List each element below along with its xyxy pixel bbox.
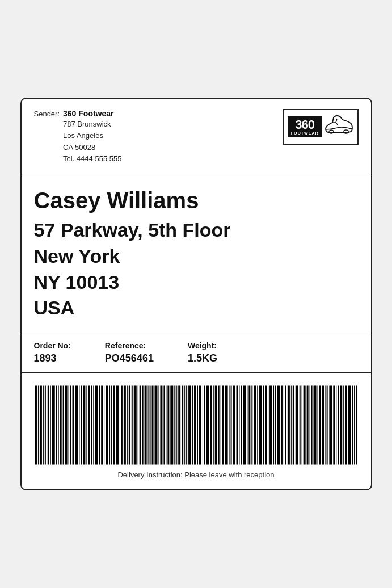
sender-address3: CA 50028 [63, 142, 121, 153]
svg-rect-39 [127, 386, 127, 465]
svg-rect-127 [356, 386, 357, 465]
sender-details: 360 Footwear 787 Brunswick Los Angeles C… [63, 109, 121, 165]
logo-number: 360 [295, 119, 314, 131]
svg-rect-126 [354, 386, 355, 465]
svg-rect-13 [60, 386, 61, 465]
svg-rect-71 [210, 386, 212, 465]
svg-rect-51 [158, 386, 159, 465]
svg-rect-50 [154, 386, 157, 465]
svg-rect-119 [336, 386, 336, 465]
svg-rect-36 [119, 386, 120, 465]
order-no-label: Order No: [34, 341, 71, 350]
svg-rect-113 [319, 386, 321, 465]
svg-rect-83 [241, 386, 242, 465]
svg-rect-72 [213, 386, 213, 465]
sender-info: Sender: 360 Footwear 787 Brunswick Los A… [34, 109, 122, 165]
order-no-value: 1893 [34, 352, 71, 364]
svg-rect-63 [188, 386, 191, 465]
weight-value: 1.5KG [188, 352, 217, 364]
svg-rect-98 [280, 386, 282, 465]
svg-rect-62 [186, 386, 187, 465]
svg-rect-60 [182, 386, 183, 465]
svg-rect-48 [149, 386, 150, 465]
recipient-address1: 57 Parkway, 5th Floor [34, 217, 359, 243]
svg-rect-18 [72, 386, 74, 465]
svg-rect-55 [167, 386, 169, 465]
svg-rect-47 [147, 386, 148, 465]
delivery-instruction: Delivery Instruction: Please leave with … [117, 471, 274, 484]
svg-rect-84 [243, 386, 246, 465]
svg-rect-114 [322, 386, 324, 465]
svg-rect-29 [101, 386, 103, 465]
svg-rect-69 [204, 386, 205, 465]
svg-rect-116 [327, 386, 328, 465]
svg-rect-94 [269, 386, 272, 465]
svg-rect-6 [43, 386, 43, 465]
svg-rect-82 [239, 386, 239, 465]
svg-rect-112 [317, 386, 318, 465]
svg-rect-99 [283, 386, 284, 465]
reference-label: Reference: [105, 341, 154, 350]
order-no-field: Order No: 1893 [34, 341, 71, 364]
svg-rect-76 [222, 386, 224, 465]
recipient-section: Casey Williams 57 Parkway, 5th Floor New… [22, 175, 371, 334]
weight-field: Weight: 1.5KG [188, 341, 217, 364]
brand-logo: 360 FOOTWEAR [283, 109, 359, 145]
svg-rect-68 [202, 386, 203, 465]
svg-rect-58 [176, 386, 177, 465]
svg-rect-104 [295, 386, 298, 465]
svg-rect-105 [299, 386, 300, 465]
svg-rect-38 [123, 386, 125, 465]
svg-rect-21 [81, 386, 82, 465]
svg-rect-19 [75, 386, 78, 465]
svg-rect-118 [333, 386, 335, 465]
recipient-name: Casey Williams [34, 187, 359, 214]
svg-rect-32 [109, 386, 110, 465]
svg-rect-95 [273, 386, 274, 465]
svg-rect-117 [329, 386, 332, 465]
svg-rect-37 [121, 386, 122, 465]
svg-rect-125 [352, 386, 353, 465]
svg-rect-100 [285, 386, 286, 465]
svg-rect-103 [292, 386, 294, 465]
svg-rect-89 [257, 386, 258, 465]
svg-rect-74 [218, 386, 219, 465]
svg-rect-26 [93, 386, 94, 465]
svg-rect-3 [35, 386, 36, 465]
svg-rect-124 [348, 386, 351, 465]
svg-rect-107 [303, 386, 305, 465]
svg-rect-109 [309, 386, 310, 465]
shipping-label: Sender: 360 Footwear 787 Brunswick Los A… [20, 98, 372, 491]
svg-rect-9 [50, 386, 50, 465]
svg-rect-22 [83, 386, 85, 465]
svg-rect-14 [62, 386, 64, 465]
svg-rect-96 [275, 386, 276, 465]
svg-rect-101 [287, 386, 289, 465]
svg-rect-10 [52, 386, 54, 465]
svg-rect-49 [151, 386, 153, 465]
sender-section: Sender: 360 Footwear 787 Brunswick Los A… [22, 99, 371, 175]
recipient-state-zip: NY 10013 [34, 270, 359, 296]
sender-address2: Los Angeles [63, 130, 121, 141]
svg-rect-67 [199, 386, 201, 465]
weight-label: Weight: [188, 341, 217, 350]
svg-rect-73 [214, 386, 217, 465]
svg-rect-23 [86, 386, 87, 465]
sender-address1: 787 Brunswick [63, 119, 121, 130]
order-section: Order No: 1893 Reference: PO456461 Weigh… [22, 333, 371, 373]
svg-rect-106 [301, 386, 302, 465]
svg-rect-122 [343, 386, 344, 465]
svg-rect-87 [251, 386, 252, 465]
svg-rect-35 [115, 386, 118, 465]
svg-rect-92 [265, 386, 267, 465]
svg-rect-53 [163, 386, 165, 465]
svg-rect-75 [220, 386, 221, 465]
svg-rect-34 [113, 386, 115, 465]
reference-value: PO456461 [105, 352, 154, 364]
recipient-country: USA [34, 295, 359, 321]
svg-rect-65 [194, 386, 196, 465]
svg-rect-88 [254, 386, 256, 465]
svg-rect-28 [99, 386, 100, 465]
svg-rect-123 [345, 386, 347, 465]
svg-rect-54 [166, 386, 166, 465]
